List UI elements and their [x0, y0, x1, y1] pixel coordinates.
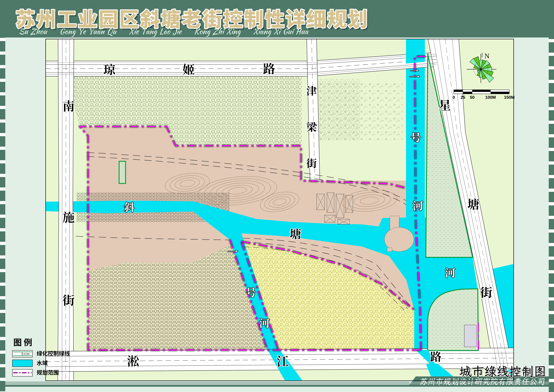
svg-text:150M: 150M	[504, 95, 515, 100]
svg-text:25: 25	[460, 95, 465, 100]
svg-text:50: 50	[470, 95, 475, 100]
svg-text:0: 0	[453, 95, 455, 100]
svg-text:20.0M: 20.0M	[23, 353, 29, 355]
svg-text:100M: 100M	[485, 95, 496, 100]
svg-text:N: N	[485, 52, 490, 60]
